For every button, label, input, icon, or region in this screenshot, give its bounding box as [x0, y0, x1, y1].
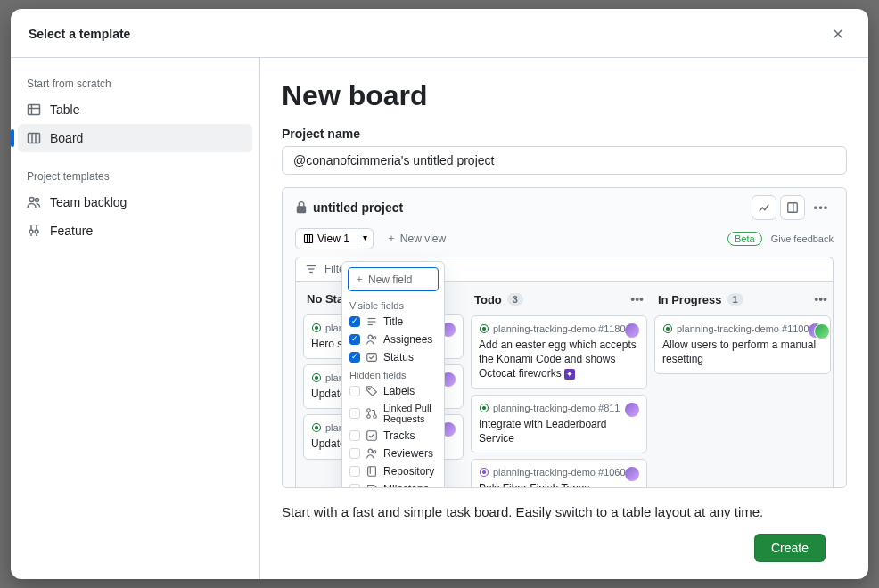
project-name-input[interactable]: [282, 146, 847, 175]
svg-point-31: [667, 328, 670, 331]
field-label: Milestone: [383, 483, 429, 488]
plus-icon: ＋: [386, 231, 397, 246]
tabs-row: View 1 ▾ ＋ New view Beta G: [283, 227, 846, 249]
checkbox-icon: [349, 352, 360, 363]
avatar: [625, 323, 639, 338]
svg-point-39: [367, 409, 371, 412]
panel-button[interactable]: [780, 195, 805, 220]
view-tab-label: View 1: [317, 233, 349, 245]
svg-point-44: [373, 451, 375, 453]
sidebar: Start from scratch Table Board Project t…: [11, 58, 260, 579]
svg-point-8: [29, 230, 33, 233]
graph-icon: [758, 201, 770, 214]
modal-header: Select a template: [11, 9, 868, 57]
field-item-tracks[interactable]: Tracks: [342, 427, 444, 445]
field-label: Assignees: [383, 333, 432, 346]
issue-open-icon: [311, 372, 322, 383]
field-item-milestone[interactable]: Milestone: [342, 480, 444, 488]
repo-icon: [366, 465, 378, 478]
close-button[interactable]: [826, 21, 850, 46]
sidebar-item-team-backlog[interactable]: Team backlog: [18, 188, 252, 216]
issue-open-icon: [311, 422, 322, 433]
new-view-button[interactable]: ＋ New view: [379, 227, 453, 249]
column-title: In Progress: [658, 293, 722, 306]
issue-open-icon: [479, 403, 489, 413]
card[interactable]: planning-tracking-demo #1180 Add an east…: [471, 315, 647, 389]
field-item-assignees[interactable]: Assignees: [342, 331, 444, 348]
column-count: 1: [727, 293, 743, 306]
view-tab[interactable]: View 1: [295, 228, 357, 249]
column-menu[interactable]: •••: [814, 292, 827, 306]
plus-icon: ＋: [354, 272, 365, 287]
field-label: Tracks: [383, 429, 415, 442]
checkbox-icon: [349, 408, 360, 419]
insights-button[interactable]: [752, 195, 776, 220]
modal-body: Start from scratch Table Board Project t…: [11, 57, 868, 579]
column-in-progress: In Progress 1 ••• planning-tracking-demo…: [654, 290, 831, 488]
card-title: Add an easter egg which accepts the Kona…: [479, 338, 639, 381]
svg-point-21: [316, 377, 318, 380]
issue-open-icon: [479, 323, 489, 334]
column-menu[interactable]: •••: [630, 292, 644, 306]
sidebar-heading-templates: Project templates: [18, 165, 252, 188]
svg-point-35: [368, 335, 372, 339]
svg-point-6: [29, 198, 34, 202]
text-icon: [366, 315, 378, 328]
sidebar-item-table[interactable]: Table: [18, 95, 252, 124]
kebab-button[interactable]: •••: [809, 195, 834, 220]
field-item-repository[interactable]: Repository: [342, 462, 444, 480]
milestone-icon: [366, 483, 378, 488]
field-item-labels[interactable]: Labels: [342, 382, 444, 400]
sidebar-heading-scratch: Start from scratch: [18, 72, 252, 95]
svg-point-41: [374, 415, 377, 419]
lock-icon: [295, 201, 308, 214]
field-label: Status: [383, 351, 414, 363]
avatar: [809, 323, 823, 338]
create-button[interactable]: Create: [754, 534, 826, 562]
field-label: Reviewers: [383, 447, 433, 460]
view-tab-dropdown[interactable]: ▾: [357, 228, 374, 249]
filter-icon: [305, 263, 317, 275]
panel-icon: [786, 201, 799, 214]
svg-point-36: [373, 337, 375, 339]
preview-header: untitled project •••: [283, 188, 846, 227]
git-pull-request-icon: [366, 407, 378, 420]
field-label: Title: [383, 315, 403, 328]
template-description: Start with a fast and simple task board.…: [282, 504, 847, 519]
column-title: Todo: [474, 293, 502, 306]
issue-open-icon: [479, 467, 489, 478]
field-item-status[interactable]: Status: [342, 348, 444, 366]
single-select-icon: [366, 351, 378, 363]
column-todo: Todo 3 ••• planning-tracking-demo #1180 …: [471, 290, 647, 488]
preview-title: untitled project: [313, 200, 403, 215]
card[interactable]: planning-tracking-demo #811 Integrate wi…: [471, 395, 647, 453]
sidebar-item-feature[interactable]: Feature: [18, 216, 252, 245]
svg-rect-3: [29, 134, 40, 143]
card[interactable]: planning-tracking-demo #1100 Allow users…: [654, 315, 831, 374]
field-item-reviewers[interactable]: Reviewers: [342, 445, 444, 462]
people-icon: [366, 333, 378, 346]
table-icon: [27, 102, 41, 117]
field-label: Labels: [383, 385, 415, 397]
people-icon: [27, 195, 41, 209]
project-name-label: Project name: [282, 127, 847, 141]
svg-point-27: [483, 406, 486, 409]
sidebar-item-board[interactable]: Board: [18, 124, 252, 152]
new-view-label: New view: [400, 233, 446, 245]
feedback-link[interactable]: Give feedback: [771, 233, 834, 244]
feature-icon: [27, 224, 41, 238]
svg-rect-12: [305, 234, 313, 242]
card[interactable]: planning-tracking-demo #1060 Poly Fiber …: [471, 459, 647, 488]
field-label: Linked Pull Requests: [383, 403, 437, 424]
field-item-linked-prs[interactable]: Linked Pull Requests: [342, 400, 444, 427]
visible-fields-label: Visible fields: [342, 297, 444, 313]
checkbox-icon: [349, 334, 360, 345]
field-item-title[interactable]: Title: [342, 313, 444, 331]
hidden-fields-label: Hidden fields: [342, 366, 444, 382]
column-count: 3: [507, 293, 523, 306]
new-field-button[interactable]: ＋ New field: [348, 267, 439, 291]
svg-rect-10: [788, 203, 798, 213]
field-label: Repository: [383, 465, 434, 478]
checkbox-icon: [349, 448, 360, 459]
new-field-label: New field: [368, 274, 412, 286]
